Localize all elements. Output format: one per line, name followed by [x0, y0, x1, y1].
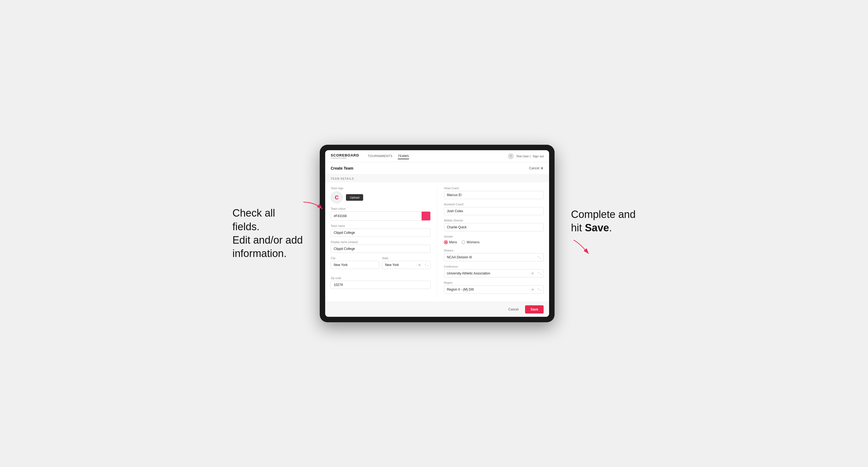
city-label: City [331, 257, 379, 260]
team-logo-area: C Upload [331, 191, 431, 204]
nav-right: T Test User | Sign out [508, 153, 544, 159]
arrow-team-logo [301, 199, 325, 213]
region-select[interactable]: Region II - (M) DIII [444, 286, 529, 293]
nav-links: TOURNAMENTS TEAMS [368, 153, 409, 159]
modal-footer: Cancel Save [325, 302, 549, 317]
gender-group: Gender Mens Womens [444, 235, 544, 245]
right-annotation: Complete and hit Save. [571, 208, 636, 259]
nav-logo: SCOREBOARD Powered by clippd [331, 154, 359, 159]
region-group: Region Region II - (M) DIII ✕ ⌃⌄ [444, 281, 544, 293]
zip-input[interactable] [331, 281, 431, 289]
gender-mens-option[interactable]: Mens [444, 240, 457, 244]
gender-options: Mens Womens [444, 239, 544, 245]
logo-circle: C [331, 191, 343, 204]
team-logo-label: Team logo [331, 187, 431, 190]
save-emphasis: Save [585, 222, 609, 234]
team-name-group: Team name [331, 224, 431, 237]
head-coach-input[interactable] [444, 191, 544, 199]
athletic-director-input[interactable] [444, 223, 544, 231]
conference-clear-icon[interactable]: ✕ [529, 272, 536, 276]
modal-header: Create Team Cancel ✕ [325, 162, 549, 175]
mens-radio[interactable] [444, 240, 448, 244]
display-name-label: Display name (unique) [331, 241, 431, 244]
assistant-coach-group: Assistant Coach [444, 203, 544, 215]
assistant-coach-label: Assistant Coach [444, 203, 544, 206]
mens-label: Mens [449, 240, 457, 244]
form-right: Head Coach Assistant Coach Athletic Dire… [437, 187, 544, 298]
conference-arrows-icon: ⌃⌄ [536, 272, 544, 275]
right-line1: Complete and [571, 209, 636, 220]
womens-radio[interactable] [461, 240, 465, 244]
form-area: Team logo C Upload Team colour [325, 182, 549, 302]
team-name-label: Team name [331, 224, 431, 227]
colour-input-wrapper [331, 211, 431, 221]
cancel-button-top[interactable]: Cancel ✕ [529, 166, 544, 170]
logo-sub: Powered by clippd [331, 157, 359, 159]
womens-label: Womens [467, 240, 479, 244]
right-line2-prefix: hit [571, 222, 585, 234]
zip-label: Zip code [331, 277, 431, 280]
state-label: State [382, 257, 431, 260]
display-name-input[interactable] [331, 245, 431, 253]
section-label: TEAM DETAILS [325, 175, 549, 182]
head-coach-label: Head Coach [444, 187, 544, 190]
page-wrapper: Check all fields. Edit and/or add inform… [11, 145, 857, 322]
cancel-button[interactable]: Cancel [504, 305, 522, 313]
left-annotation: Check all fields. Edit and/or add inform… [232, 207, 303, 260]
state-select[interactable]: New York [382, 261, 416, 269]
tablet-frame: SCOREBOARD Powered by clippd TOURNAMENTS… [320, 145, 555, 322]
display-name-group: Display name (unique) [331, 241, 431, 253]
region-label: Region [444, 281, 544, 284]
annotation-line1: Check all fields. [232, 207, 275, 232]
colour-swatch[interactable] [422, 212, 430, 220]
colour-text-input[interactable] [331, 212, 422, 220]
division-group: Division NCAA Division III ⌃⌄ [444, 249, 544, 261]
team-logo-group: Team logo C Upload [331, 187, 431, 204]
team-colour-group: Team colour [331, 207, 431, 221]
assistant-coach-input[interactable] [444, 207, 544, 215]
arrow-save [571, 237, 593, 259]
division-select-wrapper: NCAA Division III ⌃⌄ [444, 253, 544, 261]
nav-tournaments[interactable]: TOURNAMENTS [368, 153, 392, 159]
city-state-row: City State New York ✕ ⌃⌄ [331, 257, 431, 273]
city-group: City [331, 257, 379, 269]
team-colour-label: Team colour [331, 207, 431, 210]
gender-womens-option[interactable]: Womens [461, 240, 479, 244]
nav-user-text: Test User | [516, 155, 530, 158]
state-arrows-icon: ⌃⌄ [423, 263, 430, 267]
conference-select-wrapper: University Athletic Association ✕ ⌃⌄ [444, 269, 544, 277]
modal-title: Create Team [331, 166, 353, 170]
zip-group: Zip code [331, 277, 431, 289]
signout-link[interactable]: Sign out [533, 155, 544, 158]
close-icon[interactable]: ✕ [540, 166, 544, 170]
conference-group: Conference University Athletic Associati… [444, 265, 544, 277]
city-input[interactable] [331, 261, 379, 269]
annotation-line2: Edit and/or add [232, 234, 303, 246]
region-arrows-icon: ⌃⌄ [536, 288, 544, 291]
head-coach-group: Head Coach [444, 187, 544, 199]
nav-teams[interactable]: TEAMS [398, 153, 409, 159]
form-left: Team logo C Upload Team colour [331, 187, 437, 298]
state-clear-icon[interactable]: ✕ [416, 263, 423, 267]
division-select[interactable]: NCAA Division III [444, 253, 544, 261]
upload-button[interactable]: Upload [346, 194, 363, 201]
state-select-wrapper: New York ✕ ⌃⌄ [382, 261, 431, 269]
cancel-label: Cancel [529, 166, 539, 170]
conference-select[interactable]: University Athletic Association [444, 270, 529, 277]
athletic-director-group: Athletic Director [444, 219, 544, 231]
athletic-director-label: Athletic Director [444, 219, 544, 222]
state-group: State New York ✕ ⌃⌄ [382, 257, 431, 269]
tablet-screen: SCOREBOARD Powered by clippd TOURNAMENTS… [325, 150, 549, 317]
region-select-wrapper: Region II - (M) DIII ✕ ⌃⌄ [444, 285, 544, 293]
nav-bar: SCOREBOARD Powered by clippd TOURNAMENTS… [325, 150, 549, 162]
division-label: Division [444, 249, 544, 252]
avatar: T [508, 153, 514, 159]
gender-label: Gender [444, 235, 544, 238]
annotation-line3: information. [232, 248, 287, 259]
conference-label: Conference [444, 265, 544, 268]
region-clear-icon[interactable]: ✕ [529, 287, 536, 292]
logo-main: SCOREBOARD [331, 154, 359, 157]
save-button[interactable]: Save [525, 305, 544, 313]
team-name-input[interactable] [331, 228, 431, 237]
right-line3: . [609, 222, 612, 234]
